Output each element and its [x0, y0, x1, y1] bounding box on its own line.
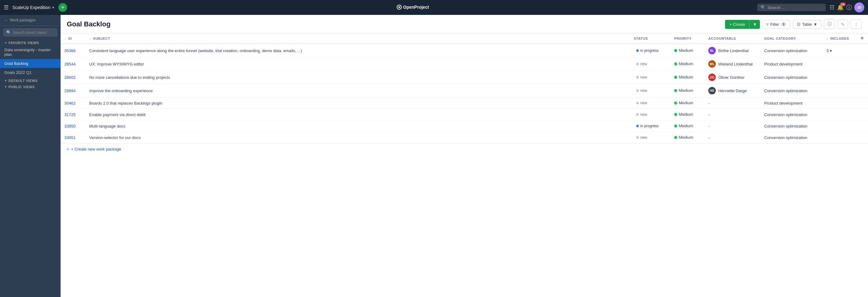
work-package-id-link[interactable]: 35366: [64, 48, 75, 53]
cell-subject: UX: Improve WYSIWYG editor: [86, 58, 630, 71]
create-dropdown-arrow[interactable]: ▼: [750, 20, 760, 29]
sidebar-back-label: Work packages: [10, 18, 35, 22]
work-package-id-link[interactable]: 33850: [64, 124, 75, 129]
favorite-views-group[interactable]: ▼ Favorite Views: [0, 39, 61, 45]
settings-icon[interactable]: ⚙: [861, 36, 864, 40]
sort-includes-icon: ↕: [826, 37, 828, 40]
accountable-avatar: WL: [708, 60, 716, 68]
includes-expand-icon[interactable]: ▾: [830, 48, 832, 53]
sidebar-item-goals-2022-label: Goals 2022 Q1: [4, 70, 31, 75]
col-header-id[interactable]: ↕ ID: [61, 33, 86, 44]
cell-includes: [823, 121, 857, 132]
cell-goal-category: Product development: [761, 97, 823, 109]
work-packages-table-container: ↕ ID ↕ SUBJECT STATUS PRIORITY: [61, 33, 868, 297]
priority-text: Medium: [679, 124, 693, 128]
work-package-id-link[interactable]: 28894: [64, 89, 75, 93]
sidebar: ← Work packages 🔍 ▼ Favorite Views Data …: [0, 15, 61, 297]
sidebar-search-input[interactable]: [13, 30, 54, 35]
status-text: in progress: [640, 48, 659, 53]
cell-includes: [823, 109, 857, 121]
priority-text: Medium: [679, 101, 693, 105]
project-chevron-icon: ▼: [52, 6, 55, 9]
table-view-button[interactable]: ☷ Table ▼: [793, 20, 822, 29]
col-header-settings[interactable]: ⚙: [857, 33, 868, 44]
col-header-accountable[interactable]: ACCOUNTABLE: [705, 33, 761, 44]
help-icon[interactable]: ⓘ: [846, 4, 852, 11]
hamburger-menu-icon[interactable]: ☰: [4, 4, 9, 11]
user-avatar[interactable]: JD: [854, 2, 864, 12]
cell-subject: Boards 2.0 that replaces Backlogs plugin: [86, 97, 630, 109]
create-new-icon: +: [67, 147, 69, 152]
work-package-id-link[interactable]: 28544: [64, 62, 75, 66]
work-package-id-link[interactable]: 28602: [64, 75, 75, 80]
default-views-caret-icon: ▼: [4, 79, 7, 82]
create-new-work-package-link[interactable]: + + Create new work package: [61, 143, 868, 155]
default-views-group[interactable]: ▼ Default Views: [0, 77, 61, 83]
cell-status: in progress: [630, 121, 671, 132]
cell-priority: Medium: [671, 44, 705, 58]
cell-subject: Version-selector for our docs: [86, 132, 630, 143]
table-dropdown-icon: ▼: [813, 22, 817, 27]
cell-id: 31725: [61, 109, 86, 121]
work-package-id-link[interactable]: 33851: [64, 135, 75, 140]
priority-text: Medium: [679, 48, 693, 53]
cell-goal-category: Conversion optimization: [761, 109, 823, 121]
page-header: Goal Backlog + Create ▼ ▿ Filter 3 ☷ Tab…: [61, 15, 868, 33]
cell-priority: Medium: [671, 71, 705, 84]
public-views-group[interactable]: ▼ Public Views: [0, 83, 61, 89]
global-search-box[interactable]: 🔍: [757, 4, 826, 11]
page-actions: + Create ▼ ▿ Filter 3 ☷ Table ▼ ⓘ ⤡ ⋮: [725, 19, 862, 29]
notifications-icon[interactable]: 🔔 19: [837, 4, 844, 11]
priority-text: Medium: [679, 135, 693, 140]
work-package-id-link[interactable]: 31725: [64, 112, 75, 117]
favorite-views-label: Favorite Views: [8, 41, 39, 45]
status-text: in progress: [640, 124, 659, 128]
work-packages-table: ↕ ID ↕ SUBJECT STATUS PRIORITY: [61, 33, 868, 143]
project-selector[interactable]: ScaleUp Expedition ▼: [12, 5, 55, 10]
col-header-status[interactable]: STATUS: [630, 33, 671, 44]
cell-goal-category: Product development: [761, 58, 823, 71]
cell-goal-category: Conversion optimization: [761, 44, 823, 58]
sidebar-item-goal-backlog[interactable]: Goal Backlog: [0, 59, 61, 68]
table-label: Table: [802, 22, 812, 27]
filter-button[interactable]: ▿ Filter 3: [763, 20, 790, 29]
global-search-input[interactable]: [768, 5, 823, 10]
work-package-id-link[interactable]: 30462: [64, 101, 75, 105]
table-row: 33851Version-selector for our docsnewMed…: [61, 132, 868, 143]
col-header-subject[interactable]: ↕ SUBJECT: [86, 33, 630, 44]
svg-text:OpenProject: OpenProject: [403, 4, 429, 9]
col-header-goal-category[interactable]: GOAL CATEGORY: [761, 33, 823, 44]
cell-id: 28602: [61, 71, 86, 84]
cell-status: new: [630, 97, 671, 109]
notification-badge: 19: [840, 2, 846, 6]
cell-goal-category: Conversion optimization: [761, 71, 823, 84]
nav-icons-group: ☷ 🔔 19 ⓘ JD: [830, 2, 864, 12]
cell-goal-category: Conversion optimization: [761, 84, 823, 97]
info-button[interactable]: ⓘ: [824, 19, 835, 29]
svg-point-1: [398, 6, 400, 8]
table-row: 35366Consistent language user experience…: [61, 44, 868, 58]
create-button[interactable]: + Create ▼: [725, 20, 760, 29]
avatar-initials: JD: [857, 6, 862, 9]
cell-accountable: HDHenriette Darge: [705, 84, 761, 97]
grid-icon[interactable]: ☷: [830, 4, 834, 11]
more-options-button[interactable]: ⋮: [850, 20, 862, 29]
fullscreen-button[interactable]: ⤡: [838, 20, 848, 29]
create-new-label: + Create new work package: [71, 147, 121, 152]
accountable-avatar: HD: [708, 87, 716, 94]
cell-id: 28894: [61, 84, 86, 97]
sidebar-back-button[interactable]: ← Work packages: [0, 15, 61, 26]
cell-row-settings: [857, 109, 868, 121]
col-header-includes[interactable]: ↕ INCLUDES: [823, 33, 857, 44]
sidebar-item-data-sovereignty[interactable]: Data sovereignty - master plan: [0, 45, 61, 59]
col-header-priority[interactable]: PRIORITY: [671, 33, 705, 44]
table-row: 28894Improve the onboarding experiencene…: [61, 84, 868, 97]
filter-count-badge: 3: [781, 22, 786, 26]
public-views-label: Public Views: [8, 85, 34, 89]
sidebar-item-goals-2022[interactable]: Goals 2022 Q1: [0, 68, 61, 77]
add-button[interactable]: +: [58, 3, 67, 12]
cell-status: new: [630, 132, 671, 143]
sidebar-search-box[interactable]: 🔍: [3, 28, 58, 37]
includes-count: 3: [826, 48, 829, 53]
priority-text: Medium: [679, 88, 693, 93]
